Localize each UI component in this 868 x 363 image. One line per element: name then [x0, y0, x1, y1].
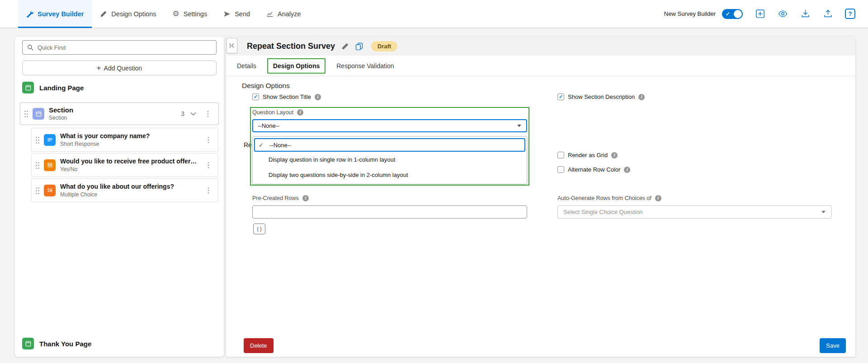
upload-button[interactable] — [822, 9, 833, 19]
copy-survey-button[interactable] — [355, 42, 363, 50]
check-icon: ✓ — [726, 11, 730, 17]
option-label: Display two questions side-by-side in 2-… — [269, 172, 408, 178]
info-icon[interactable]: i — [638, 94, 645, 100]
drag-handle-icon[interactable] — [35, 136, 39, 144]
search-icon — [27, 44, 33, 51]
send-icon — [223, 10, 231, 18]
sidebar-item-thank-you-page[interactable]: Thank You Page — [15, 330, 224, 357]
new-builder-toggle[interactable]: ✓ — [722, 9, 743, 19]
show-section-title-checkbox[interactable]: ✓ — [252, 93, 259, 100]
landing-page-icon — [22, 82, 34, 93]
merge-field-button[interactable]: { } — [253, 223, 265, 234]
detail-tabs: Details Design Options Response Validati… — [226, 56, 855, 76]
preview-button[interactable] — [777, 9, 788, 19]
delete-button[interactable]: Delete — [244, 338, 274, 353]
info-icon[interactable]: i — [302, 195, 309, 201]
sidebar-item-section[interactable]: Section Section 3 ⋮ — [20, 102, 219, 125]
save-button[interactable]: Save — [820, 338, 846, 353]
help-button[interactable]: ? — [845, 9, 855, 19]
alternate-row-color-field: Alternate Row Color i — [557, 166, 630, 173]
toggle-knob — [734, 10, 742, 18]
question-title: Would you like to receive free product o… — [60, 158, 198, 165]
drag-handle-icon[interactable] — [35, 162, 39, 169]
render-as-grid-checkbox[interactable] — [557, 152, 564, 158]
add-question-button[interactable]: + Add Question — [22, 60, 217, 75]
nav-tab-survey-builder[interactable]: Survey Builder — [18, 0, 92, 28]
quick-find-input[interactable] — [22, 40, 217, 55]
question-row-company-name[interactable]: What is your company name? Short Respons… — [31, 128, 218, 152]
section-titles: Section Section — [49, 107, 73, 121]
nav-tab-design-options[interactable]: Design Options — [92, 0, 164, 28]
multiple-choice-icon — [44, 185, 56, 196]
drag-handle-icon[interactable] — [35, 187, 39, 194]
tab-details[interactable]: Details — [237, 62, 256, 70]
check-icon: ✓ — [559, 94, 563, 99]
tab-response-validation[interactable]: Response Validation — [336, 62, 394, 70]
option-single-row-1-column[interactable]: Display question in single row in 1-colu… — [254, 152, 525, 167]
chevron-down-icon[interactable] — [190, 112, 196, 116]
tab-design-options[interactable]: Design Options — [267, 58, 326, 74]
checkbox-label: Alternate Row Color — [568, 166, 620, 173]
info-icon[interactable]: i — [297, 109, 303, 116]
option-side-by-side-2-column[interactable]: Display two questions side-by-side in 2-… — [254, 167, 525, 182]
sidebar-item-landing-page[interactable]: Landing Page — [15, 75, 224, 100]
top-nav-actions: New Survey Builder ✓ ? — [664, 9, 855, 19]
kebab-menu-icon[interactable]: ⋮ — [203, 186, 214, 195]
section-icon — [33, 108, 44, 120]
question-layout-label: Question Layout — [252, 109, 293, 116]
thank-you-page-label: Thank You Page — [39, 340, 91, 348]
nav-tab-send[interactable]: Send — [215, 0, 258, 28]
auto-generate-label-row: Auto-Generate Rows from Choices of i — [557, 195, 661, 201]
auto-generate-label: Auto-Generate Rows from Choices of — [557, 195, 651, 201]
nav-tab-label: Settings — [184, 10, 207, 18]
option-none[interactable]: ✓ --None-- — [254, 138, 525, 152]
pre-created-rows-input[interactable] — [252, 205, 527, 219]
auto-generate-select[interactable]: Select Single Choice Question — [557, 205, 832, 219]
info-icon[interactable]: i — [315, 94, 321, 100]
kebab-menu-icon[interactable]: ⋮ — [203, 135, 214, 144]
collapse-sidebar-button[interactable] — [226, 38, 237, 53]
short-response-icon — [44, 134, 56, 146]
yes-no-icon — [44, 159, 56, 171]
download-button[interactable] — [800, 9, 811, 19]
question-type: Short Response — [60, 141, 150, 147]
section-question-count: 3 — [181, 110, 184, 117]
select-placeholder: Select Single Choice Question — [563, 209, 643, 215]
check-icon: ✓ — [254, 94, 258, 99]
checkbox-label: Render as Grid — [568, 152, 608, 158]
design-options-content: Design Options ✓ Show Section Title i ✓ … — [226, 76, 855, 357]
alternate-row-color-checkbox[interactable] — [557, 166, 564, 173]
wrench-icon — [26, 10, 33, 18]
info-icon[interactable]: i — [611, 152, 618, 158]
chart-icon — [266, 10, 274, 18]
question-row-product-offers[interactable]: Would you like to receive free product o… — [31, 153, 218, 177]
pre-created-rows-label: Pre-Created Rows — [252, 195, 299, 201]
new-survey-builder-label: New Survey Builder — [664, 10, 716, 17]
checkbox-label: Show Section Description — [568, 93, 635, 100]
info-icon[interactable]: i — [655, 195, 661, 201]
check-icon: ✓ — [259, 142, 265, 148]
combobox-value: --None-- — [258, 122, 279, 129]
landing-page-label: Landing Page — [39, 84, 84, 92]
section-title: Section — [49, 107, 73, 114]
info-icon[interactable]: i — [624, 167, 630, 173]
add-page-button[interactable] — [755, 9, 765, 19]
option-label: Display question in single row in 1-colu… — [269, 156, 395, 163]
question-type: Multiple Choice — [60, 191, 174, 198]
help-icon: ? — [849, 10, 852, 17]
nav-tab-settings[interactable]: ⚙ Settings — [164, 0, 215, 28]
nav-tab-label: Send — [235, 10, 250, 18]
nav-tab-analyze[interactable]: Analyze — [258, 0, 309, 28]
question-sidebar: + Add Question Landing Page Section Sect… — [15, 37, 224, 357]
edit-title-button[interactable] — [341, 42, 349, 50]
question-layout-combobox[interactable]: --None-- — [252, 119, 527, 132]
drag-handle-icon[interactable] — [24, 110, 28, 117]
question-row-offerings[interactable]: What do you like about our offerings? Mu… — [31, 178, 218, 202]
kebab-menu-icon[interactable]: ⋮ — [203, 161, 214, 170]
partially-hidden-label: Re — [244, 141, 252, 149]
question-list: What is your company name? Short Respons… — [31, 128, 218, 202]
kebab-menu-icon[interactable]: ⋮ — [202, 109, 214, 118]
nav-tab-label: Analyze — [278, 10, 301, 18]
gear-icon: ⚙ — [172, 10, 179, 18]
show-section-description-checkbox[interactable]: ✓ — [557, 93, 564, 100]
